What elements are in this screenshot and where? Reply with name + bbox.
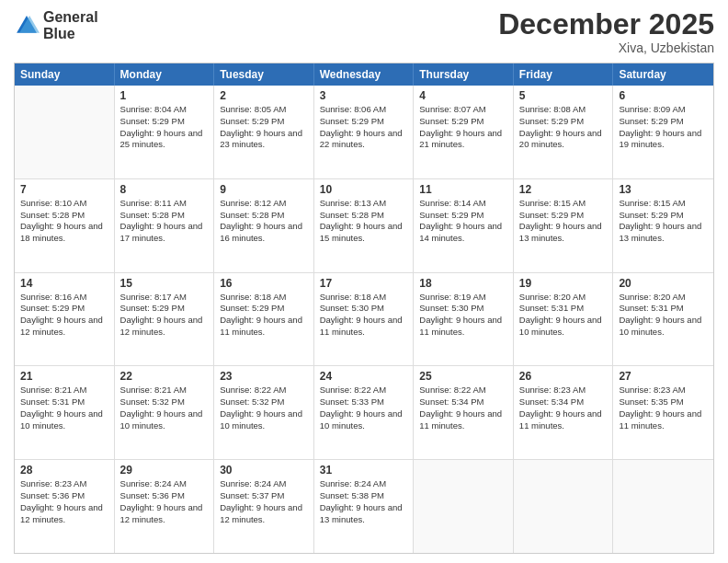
day-number: 28 xyxy=(20,464,108,477)
logo-text: General Blue xyxy=(43,9,98,41)
calendar-cell: 8Sunrise: 8:11 AM Sunset: 5:28 PM Daylig… xyxy=(115,179,215,272)
day-info: Sunrise: 8:17 AM Sunset: 5:29 PM Dayligh… xyxy=(120,292,209,339)
calendar-cell: 30Sunrise: 8:24 AM Sunset: 5:37 PM Dayli… xyxy=(214,460,314,553)
calendar: SundayMondayTuesdayWednesdayThursdayFrid… xyxy=(14,63,714,554)
day-info: Sunrise: 8:16 AM Sunset: 5:29 PM Dayligh… xyxy=(20,292,108,339)
day-info: Sunrise: 8:18 AM Sunset: 5:30 PM Dayligh… xyxy=(320,292,408,339)
calendar-cell: 12Sunrise: 8:15 AM Sunset: 5:29 PM Dayli… xyxy=(514,179,614,272)
title-block: December 2025 Xiva, Uzbekistan xyxy=(498,9,714,55)
day-number: 31 xyxy=(320,464,408,477)
day-info: Sunrise: 8:05 AM Sunset: 5:29 PM Dayligh… xyxy=(220,104,308,151)
calendar-cell: 13Sunrise: 8:15 AM Sunset: 5:29 PM Dayli… xyxy=(613,179,713,272)
day-info: Sunrise: 8:15 AM Sunset: 5:29 PM Dayligh… xyxy=(619,198,708,245)
calendar-cell: 29Sunrise: 8:24 AM Sunset: 5:36 PM Dayli… xyxy=(115,460,215,553)
day-info: Sunrise: 8:24 AM Sunset: 5:37 PM Dayligh… xyxy=(220,478,308,525)
calendar-cell: 22Sunrise: 8:21 AM Sunset: 5:32 PM Dayli… xyxy=(115,366,215,459)
day-info: Sunrise: 8:23 AM Sunset: 5:36 PM Dayligh… xyxy=(20,478,108,525)
day-number: 15 xyxy=(120,277,209,290)
day-info: Sunrise: 8:10 AM Sunset: 5:28 PM Dayligh… xyxy=(20,198,108,245)
day-info: Sunrise: 8:12 AM Sunset: 5:28 PM Dayligh… xyxy=(220,198,308,245)
logo: General Blue xyxy=(14,9,98,41)
day-info: Sunrise: 8:14 AM Sunset: 5:29 PM Dayligh… xyxy=(419,198,507,245)
day-info: Sunrise: 8:24 AM Sunset: 5:36 PM Dayligh… xyxy=(120,478,209,525)
day-info: Sunrise: 8:22 AM Sunset: 5:34 PM Dayligh… xyxy=(419,385,507,431)
page: General Blue December 2025 Xiva, Uzbekis… xyxy=(0,0,728,563)
day-number: 19 xyxy=(519,277,608,290)
day-info: Sunrise: 8:21 AM Sunset: 5:32 PM Dayligh… xyxy=(120,385,209,431)
day-info: Sunrise: 8:22 AM Sunset: 5:32 PM Dayligh… xyxy=(220,385,308,431)
calendar-cell: 16Sunrise: 8:18 AM Sunset: 5:29 PM Dayli… xyxy=(214,273,314,366)
day-number: 1 xyxy=(120,89,209,102)
day-number: 27 xyxy=(619,370,708,383)
day-number: 26 xyxy=(519,370,608,383)
day-number: 23 xyxy=(220,370,308,383)
day-number: 16 xyxy=(220,277,308,290)
header: General Blue December 2025 Xiva, Uzbekis… xyxy=(14,9,714,55)
day-number: 8 xyxy=(120,183,209,196)
day-info: Sunrise: 8:24 AM Sunset: 5:38 PM Dayligh… xyxy=(320,478,408,525)
calendar-cell: 26Sunrise: 8:23 AM Sunset: 5:34 PM Dayli… xyxy=(514,366,614,459)
calendar-cell: 17Sunrise: 8:18 AM Sunset: 5:30 PM Dayli… xyxy=(314,273,415,366)
day-number: 21 xyxy=(20,370,108,383)
calendar-cell xyxy=(613,460,713,553)
day-number: 11 xyxy=(419,183,507,196)
day-number: 14 xyxy=(20,277,108,290)
day-number: 25 xyxy=(419,370,507,383)
calendar-header-cell: Friday xyxy=(514,63,614,86)
calendar-header-cell: Sunday xyxy=(15,63,115,86)
logo-icon xyxy=(14,13,40,39)
day-info: Sunrise: 8:13 AM Sunset: 5:28 PM Dayligh… xyxy=(320,198,408,245)
day-number: 22 xyxy=(120,370,209,383)
calendar-cell: 1Sunrise: 8:04 AM Sunset: 5:29 PM Daylig… xyxy=(115,86,215,178)
day-number: 24 xyxy=(320,370,408,383)
calendar-cell: 14Sunrise: 8:16 AM Sunset: 5:29 PM Dayli… xyxy=(15,273,115,366)
calendar-row: 21Sunrise: 8:21 AM Sunset: 5:31 PM Dayli… xyxy=(15,365,713,459)
calendar-row: 28Sunrise: 8:23 AM Sunset: 5:36 PM Dayli… xyxy=(15,459,713,553)
calendar-cell: 21Sunrise: 8:21 AM Sunset: 5:31 PM Dayli… xyxy=(15,366,115,459)
day-info: Sunrise: 8:23 AM Sunset: 5:34 PM Dayligh… xyxy=(519,385,608,431)
calendar-cell: 4Sunrise: 8:07 AM Sunset: 5:29 PM Daylig… xyxy=(414,86,514,178)
day-info: Sunrise: 8:15 AM Sunset: 5:29 PM Dayligh… xyxy=(519,198,608,245)
calendar-cell: 7Sunrise: 8:10 AM Sunset: 5:28 PM Daylig… xyxy=(15,179,115,272)
calendar-cell: 20Sunrise: 8:20 AM Sunset: 5:31 PM Dayli… xyxy=(613,273,713,366)
day-number: 30 xyxy=(220,464,308,477)
calendar-cell: 23Sunrise: 8:22 AM Sunset: 5:32 PM Dayli… xyxy=(214,366,314,459)
day-number: 5 xyxy=(519,89,608,102)
day-number: 12 xyxy=(519,183,608,196)
day-number: 17 xyxy=(320,277,408,290)
calendar-body: 1Sunrise: 8:04 AM Sunset: 5:29 PM Daylig… xyxy=(15,86,713,553)
day-info: Sunrise: 8:11 AM Sunset: 5:28 PM Dayligh… xyxy=(120,198,209,245)
day-number: 6 xyxy=(619,89,708,102)
month-title: December 2025 xyxy=(498,9,714,39)
calendar-cell: 3Sunrise: 8:06 AM Sunset: 5:29 PM Daylig… xyxy=(314,86,415,178)
calendar-cell xyxy=(15,86,115,178)
calendar-cell: 24Sunrise: 8:22 AM Sunset: 5:33 PM Dayli… xyxy=(314,366,415,459)
calendar-cell: 31Sunrise: 8:24 AM Sunset: 5:38 PM Dayli… xyxy=(314,460,415,553)
day-info: Sunrise: 8:23 AM Sunset: 5:35 PM Dayligh… xyxy=(619,385,708,431)
calendar-cell: 15Sunrise: 8:17 AM Sunset: 5:29 PM Dayli… xyxy=(115,273,215,366)
calendar-cell: 28Sunrise: 8:23 AM Sunset: 5:36 PM Dayli… xyxy=(15,460,115,553)
day-info: Sunrise: 8:09 AM Sunset: 5:29 PM Dayligh… xyxy=(619,104,708,151)
calendar-cell: 5Sunrise: 8:08 AM Sunset: 5:29 PM Daylig… xyxy=(514,86,614,178)
calendar-cell: 10Sunrise: 8:13 AM Sunset: 5:28 PM Dayli… xyxy=(314,179,415,272)
location: Xiva, Uzbekistan xyxy=(498,40,714,55)
calendar-header: SundayMondayTuesdayWednesdayThursdayFrid… xyxy=(15,63,713,86)
calendar-header-cell: Saturday xyxy=(613,63,713,86)
day-number: 13 xyxy=(619,183,708,196)
calendar-cell: 19Sunrise: 8:20 AM Sunset: 5:31 PM Dayli… xyxy=(514,273,614,366)
day-info: Sunrise: 8:20 AM Sunset: 5:31 PM Dayligh… xyxy=(519,292,608,339)
calendar-header-cell: Monday xyxy=(115,63,215,86)
day-number: 29 xyxy=(120,464,209,477)
day-info: Sunrise: 8:22 AM Sunset: 5:33 PM Dayligh… xyxy=(320,385,408,431)
day-number: 4 xyxy=(419,89,507,102)
day-number: 3 xyxy=(320,89,408,102)
day-info: Sunrise: 8:20 AM Sunset: 5:31 PM Dayligh… xyxy=(619,292,708,339)
day-info: Sunrise: 8:06 AM Sunset: 5:29 PM Dayligh… xyxy=(320,104,408,151)
calendar-cell: 2Sunrise: 8:05 AM Sunset: 5:29 PM Daylig… xyxy=(214,86,314,178)
calendar-header-cell: Wednesday xyxy=(314,63,415,86)
day-number: 10 xyxy=(320,183,408,196)
calendar-cell: 18Sunrise: 8:19 AM Sunset: 5:30 PM Dayli… xyxy=(414,273,514,366)
calendar-cell: 6Sunrise: 8:09 AM Sunset: 5:29 PM Daylig… xyxy=(613,86,713,178)
calendar-row: 7Sunrise: 8:10 AM Sunset: 5:28 PM Daylig… xyxy=(15,178,713,272)
day-number: 18 xyxy=(419,277,507,290)
